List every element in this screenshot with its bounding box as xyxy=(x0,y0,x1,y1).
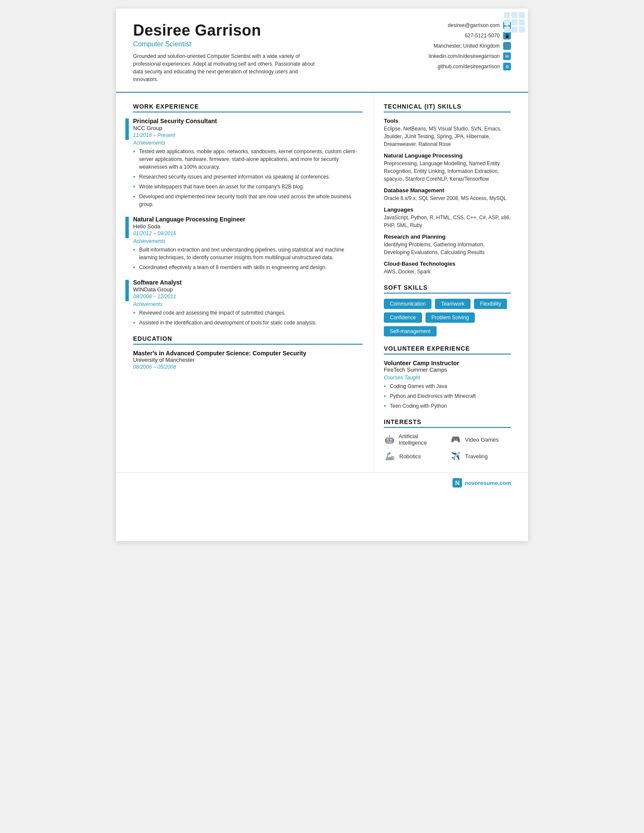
skill-languages: Languages JavaScript, Python, R, HTML, C… xyxy=(384,206,511,229)
travel-icon: ✈️ xyxy=(450,450,462,462)
contact-email: desiree@garrison.com ✉ xyxy=(448,21,511,29)
skill-cat-db-name: Database Management xyxy=(384,187,511,194)
job-block-3: Software Analyst WINData Group 08/2008 –… xyxy=(133,279,363,327)
job-block-1: Principal Security Consultant NCC Group … xyxy=(133,118,363,208)
edu-date: 08/2006 – 05/2008 xyxy=(133,364,363,370)
skill-cat-tools-name: Tools xyxy=(384,118,511,124)
job-date-1: 11/2016 – Present xyxy=(133,132,363,138)
contact-location: Manchester, United Kingdom 📍 xyxy=(434,42,511,50)
header-section: Desiree Garrison Computer Scientist Grou… xyxy=(116,9,528,93)
skill-badge-flexibility: Flexibility xyxy=(474,299,507,309)
linkedin-icon: in xyxy=(503,52,511,60)
candidate-title: Computer Scientist xyxy=(133,40,399,48)
job-date-2: 01/2012 – 09/2016 xyxy=(133,230,363,236)
interest-travel: ✈️ Traveling xyxy=(450,450,511,462)
job-company-2: Hello Soda xyxy=(133,223,363,230)
job-bullets-2: Built information extraction and text un… xyxy=(133,246,363,271)
footer-logo-text: novoresume.com xyxy=(465,480,511,486)
robotics-icon: 🦾 xyxy=(384,450,396,462)
contact-linkedin: linkedin.com/in/desireegarrison in xyxy=(429,52,511,60)
skill-cat-nlp-name: Natural Language Processing xyxy=(384,152,511,159)
skill-cat-nlp-items: Preprocessing, Language Modelling, Named… xyxy=(384,160,511,183)
skill-cloud: Cloud-Based Technologies AWS, Docker, Sp… xyxy=(384,261,511,276)
skill-cat-cloud-items: AWS, Docker, Spark xyxy=(384,268,511,276)
location-text: Manchester, United Kingdom xyxy=(434,43,500,49)
job-company-1: NCC Group xyxy=(133,125,363,131)
soft-skills-grid: Communication Teamwork Flexibility Confi… xyxy=(384,299,511,336)
candidate-name: Desiree Garrison xyxy=(133,21,399,39)
course-item: Coding Games with Java xyxy=(384,382,511,390)
skill-cat-lang-name: Languages xyxy=(384,206,511,213)
contact-github: github.com/desireegarrison ⚙ xyxy=(437,63,511,70)
bullet-item: Researched security issues and presented… xyxy=(133,173,363,181)
skill-badge-self-management: Self-management xyxy=(384,326,437,336)
footer: N novoresume.com xyxy=(116,473,528,493)
travel-label: Traveling xyxy=(465,453,488,460)
skill-badge-confidence: Confidence xyxy=(384,312,422,323)
resume-document: Desiree Garrison Computer Scientist Grou… xyxy=(116,9,528,541)
skill-badge-teamwork: Teamwork xyxy=(435,299,471,309)
job-achievements-label-1: Achievements xyxy=(133,140,363,146)
ai-label: Artificial Intelligence xyxy=(398,433,445,446)
skill-cat-cloud-name: Cloud-Based Technologies xyxy=(384,261,511,267)
phone-text: 627-5121-5070 xyxy=(465,33,500,39)
bullet-item: Developed and implemented new security t… xyxy=(133,193,363,208)
technical-skills-title: TECHNICAL (IT) SKILLS xyxy=(384,103,511,112)
job-date-3: 08/2008 – 12/2011 xyxy=(133,294,363,300)
courses-taught-label: Courses Taught xyxy=(384,375,511,381)
bullet-item: Reviewed code and assessing the impact o… xyxy=(133,309,363,317)
job-company-3: WINData Group xyxy=(133,286,363,293)
main-content: WORK EXPERIENCE Principal Security Consu… xyxy=(116,93,528,473)
phone-icon: 📱 xyxy=(503,32,511,39)
logo-n-icon: N xyxy=(453,478,462,488)
skill-nlp: Natural Language Processing Preprocessin… xyxy=(384,152,511,183)
skill-cat-tools-items: Eclipse, NetBeans, MS Visual Studio, SVN… xyxy=(384,125,511,148)
github-icon: ⚙ xyxy=(503,63,511,70)
volunteer-role: Volunteer Camp Instructor xyxy=(384,360,511,367)
course-item: Python and Electronics with Minecraft xyxy=(384,392,511,400)
education-block: Master's in Advanced Computer Science: C… xyxy=(133,350,363,370)
interest-games: 🎮 Video Games xyxy=(450,433,511,446)
education-title: EDUCATION xyxy=(133,335,363,345)
github-text: github.com/desireegarrison xyxy=(437,64,500,70)
skill-db: Database Management Oracle 8.x/9.x, SQL … xyxy=(384,187,511,202)
job-block-2: Natural Language Processing Engineer Hel… xyxy=(133,216,363,271)
header-right: desiree@garrison.com ✉ 627-5121-5070 📱 M… xyxy=(399,21,511,70)
skill-badge-communication: Communication xyxy=(384,299,431,309)
work-experience-title: WORK EXPERIENCE xyxy=(133,103,363,112)
bullet-item: Built information extraction and text un… xyxy=(133,246,363,261)
robotics-label: Robotics xyxy=(399,453,421,460)
edu-school: University of Manchester xyxy=(133,357,363,363)
footer-logo: N novoresume.com xyxy=(453,478,511,488)
interests-grid: 🤖 Artificial Intelligence 🎮 Video Games … xyxy=(384,433,511,462)
bullet-item: Tested web applications, mobile apps, ne… xyxy=(133,148,363,171)
header-decoration xyxy=(504,12,525,33)
interest-ai: 🤖 Artificial Intelligence xyxy=(384,433,445,446)
location-icon: 📍 xyxy=(503,42,511,50)
games-label: Video Games xyxy=(465,436,499,443)
bullet-item: Coordinated effectively a team of 8 memb… xyxy=(133,264,363,271)
skill-cat-lang-items: JavaScript, Python, R, HTML, CSS, C++, C… xyxy=(384,214,511,229)
games-icon: 🎮 xyxy=(450,433,462,445)
skill-cat-db-items: Oracle 8.x/9.x, SQL Server 2008, MS Acce… xyxy=(384,194,511,202)
job-achievements-label-3: Achivements xyxy=(133,301,363,307)
right-column: TECHNICAL (IT) SKILLS Tools Eclipse, Net… xyxy=(374,93,528,473)
linkedin-text: linkedin.com/in/desireegarrison xyxy=(429,53,500,59)
course-item: Teen Coding with Python xyxy=(384,402,511,410)
soft-skills-title: SOFT SKILLS xyxy=(384,284,511,294)
job-achievements-label-2: Achievements xyxy=(133,238,363,244)
ai-icon: 🤖 xyxy=(384,433,395,445)
interest-robotics: 🦾 Robotics xyxy=(384,450,445,462)
courses-list: Coding Games with Java Python and Electr… xyxy=(384,382,511,410)
job-title-3: Software Analyst xyxy=(133,279,363,286)
volunteer-title: VOLUNTEER EXPERIENCE xyxy=(384,345,511,354)
interests-title: INTERESTS xyxy=(384,418,511,428)
skill-cat-research-items: Identifying Problems, Gathering Informat… xyxy=(384,241,511,256)
bullet-item: Wrote whitepapers that have been an asse… xyxy=(133,183,363,191)
header-summary: Grounded and solution-oriented Computer … xyxy=(133,52,322,83)
volunteer-block: Volunteer Camp Instructor FireTech Summe… xyxy=(384,360,511,410)
job-title-1: Principal Security Consultant xyxy=(133,118,363,124)
job-bullets-1: Tested web applications, mobile apps, ne… xyxy=(133,148,363,208)
contact-phone: 627-5121-5070 📱 xyxy=(465,32,511,39)
skill-badge-problem-solving: Problem Solving xyxy=(425,312,475,323)
